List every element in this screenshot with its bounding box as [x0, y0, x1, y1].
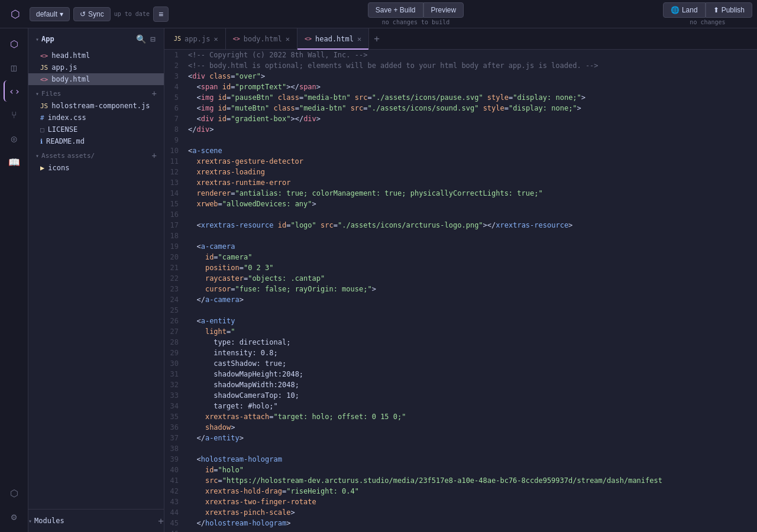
add-module-button[interactable]: +	[158, 515, 164, 527]
code-line: 5 <img id="pauseBtn" class="media-btn" s…	[164, 92, 757, 103]
line-number: 26	[164, 316, 188, 326]
file-item-body-html[interactable]: <> body.html	[28, 73, 164, 85]
file-item-head-html[interactable]: <> head.html	[28, 50, 164, 61]
code-line: 40 id="holo"	[164, 465, 757, 475]
topbar: ⬡ default ▾ ↺ Sync up to date ≡ Save + B…	[0, 0, 757, 28]
assets-path-label: assets/	[67, 152, 95, 160]
files-chevron-icon: ▾	[35, 90, 39, 97]
land-button[interactable]: 🌐 Land	[663, 2, 706, 18]
tab-app-js[interactable]: JS app.js ✕	[167, 28, 226, 50]
code-editor[interactable]: 1<!-- Copyright (c) 2022 8th Wall, Inc. …	[164, 50, 757, 532]
code-line: 2<!-- body.html is optional; elements wi…	[164, 60, 757, 71]
code-line: 13 xrextras-runtime-error	[164, 177, 757, 188]
line-number: 36	[164, 422, 188, 433]
file-item-readme[interactable]: ℹ README.md	[28, 135, 164, 147]
app-chevron-icon: ▾	[35, 36, 39, 43]
code-line: 11 xrextras-gesture-detector	[164, 156, 757, 167]
layers-icon-button[interactable]: ◫	[4, 57, 25, 78]
assets-section-left: ▾ Assets assets/	[35, 152, 95, 160]
tab-close-body-html[interactable]: ✕	[286, 35, 290, 43]
code-line: 24 </a-camera>	[164, 294, 757, 305]
publish-label: Publish	[722, 6, 745, 14]
home-icon-button[interactable]: ⬡	[4, 33, 25, 54]
tab-body-html[interactable]: <> body.html ✕	[226, 28, 297, 50]
code-line: 8</div>	[164, 124, 757, 135]
line-number: 12	[164, 167, 188, 177]
sync-label: Sync	[88, 10, 104, 18]
folder-item-icons[interactable]: ▶ icons	[28, 162, 164, 174]
book-icon-button[interactable]: 📖	[4, 151, 25, 173]
code-line: 44 xrextras-pinch-scale>	[164, 507, 757, 518]
add-file-button[interactable]: +	[152, 89, 157, 98]
add-tab-button[interactable]: +	[369, 33, 384, 44]
hamburger-button[interactable]: ≡	[153, 7, 169, 22]
puzzle-icon-button[interactable]: ⬡	[4, 482, 25, 504]
preview-button[interactable]: Preview	[423, 2, 464, 18]
code-line: 38	[164, 443, 757, 454]
topbar-center: Save + Build Preview no changes to build	[173, 2, 658, 25]
search-icon[interactable]: 🔍	[135, 33, 147, 45]
line-number: 33	[164, 390, 188, 401]
tab-html-icon: <>	[305, 35, 312, 42]
collapse-icon[interactable]: ⊟	[150, 33, 157, 45]
line-content: <img id="muteBtn" class="media-btn" src=…	[188, 103, 757, 113]
file-icon: □	[40, 126, 44, 134]
publish-button[interactable]: ⬆ Publish	[706, 2, 752, 18]
line-content	[188, 443, 757, 454]
line-content: id="holo"	[188, 465, 757, 475]
code-icon-button[interactable]: ‹›	[4, 80, 25, 102]
tab-head-html[interactable]: <> head.html ✕	[297, 28, 369, 50]
file-item-holostream-js[interactable]: JS holostream-component.js	[28, 100, 164, 112]
add-asset-button[interactable]: +	[152, 151, 157, 160]
line-number: 42	[164, 486, 188, 497]
tab-close-head-html[interactable]: ✕	[357, 35, 361, 43]
modules-header: ▾ Modules +	[28, 510, 164, 532]
file-name: LICENSE	[48, 125, 78, 134]
line-content: <xrextras-resource id="logo" src="./asse…	[188, 220, 757, 231]
icon-sidebar: ⬡ ◫ ‹› ⑂ ◎ 📖 ⬡ ⚙	[0, 28, 28, 532]
line-content: xrextras-loading	[188, 167, 757, 177]
code-line: 42 xrextras-hold-drag="riseHeight: 0.4"	[164, 486, 757, 497]
line-content: xrextras-pinch-scale>	[188, 507, 757, 518]
tab-html-icon: <>	[233, 35, 240, 42]
code-line: 41 src="https://holostream-dev.arcturus.…	[164, 475, 757, 486]
line-number: 17	[164, 220, 188, 231]
line-content	[188, 528, 757, 532]
sync-button[interactable]: ↺ Sync	[73, 7, 111, 21]
line-content	[188, 135, 757, 145]
default-branch-button[interactable]: default ▾	[30, 7, 70, 21]
circle-icon-button[interactable]: ◎	[4, 128, 25, 149]
code-line: 28 type: directional;	[164, 337, 757, 348]
file-item-license[interactable]: □ LICENSE	[28, 124, 164, 135]
code-line: 46	[164, 528, 757, 532]
line-content: </holostream-hologram>	[188, 518, 757, 528]
git-icon-button[interactable]: ⑂	[4, 104, 25, 125]
code-line: 33 shadowCameraTop: 10;	[164, 390, 757, 401]
save-build-button[interactable]: Save + Build	[368, 2, 423, 18]
main-layout: ⬡ ◫ ‹› ⑂ ◎ 📖 ⬡ ⚙ ▾ App 🔍 ⊟ <> head.html …	[0, 28, 757, 532]
line-number: 25	[164, 305, 188, 316]
tab-close-app-js[interactable]: ✕	[213, 35, 218, 43]
settings-icon-button[interactable]: ⚙	[4, 506, 25, 527]
line-number: 37	[164, 433, 188, 443]
js-icon: JS	[40, 64, 48, 72]
file-item-index-css[interactable]: # index.css	[28, 112, 164, 124]
line-number: 41	[164, 475, 188, 486]
file-item-app-js[interactable]: JS app.js	[28, 61, 164, 73]
line-content: type: directional;	[188, 337, 757, 348]
line-number: 21	[164, 262, 188, 273]
line-content: cursor="fuse: false; rayOrigin: mouse;">	[188, 284, 757, 294]
line-number: 38	[164, 443, 188, 454]
save-build-preview-row: Save + Build Preview	[368, 2, 464, 18]
line-number: 1	[164, 50, 188, 60]
code-line: 26 <a-entity	[164, 316, 757, 326]
line-number: 43	[164, 497, 188, 507]
line-number: 22	[164, 273, 188, 284]
line-number: 8	[164, 124, 188, 135]
code-line: 34 target: #holo;"	[164, 401, 757, 411]
code-line: 39 <holostream-hologram	[164, 454, 757, 465]
line-content: <div id="gradient-box"></div>	[188, 113, 757, 124]
files-section-label: Files	[41, 90, 61, 98]
line-content: intensity: 0.8;	[188, 348, 757, 358]
line-content: xrextras-two-finger-rotate	[188, 497, 757, 507]
